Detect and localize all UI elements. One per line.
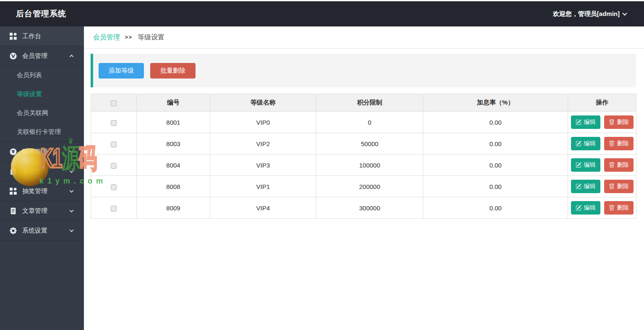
- delete-button[interactable]: 删除: [604, 201, 634, 215]
- trash-icon: [609, 119, 615, 125]
- row-checkbox[interactable]: [111, 206, 117, 212]
- delete-button[interactable]: 删除: [604, 180, 634, 193]
- edit-icon: [576, 141, 581, 147]
- levels-table: 编号等级名称积分限制加息率（%）操作 8001VIP000.00编辑删除8003…: [91, 94, 636, 219]
- sidebar-item-label: 系统设置: [22, 227, 70, 235]
- sidebar-subitem-1-1-active[interactable]: 等级设置: [0, 85, 84, 104]
- add-level-button[interactable]: 添加等级: [99, 63, 144, 79]
- trash-icon: [609, 162, 615, 168]
- cell-level-name: VIP1: [210, 176, 316, 197]
- app-title: 后台管理系统: [16, 8, 66, 19]
- cell-id: 8008: [137, 176, 210, 197]
- breadcrumb: 会员管理 >> 等级设置: [84, 26, 644, 49]
- row-checkbox[interactable]: [111, 141, 117, 147]
- column-header: 积分限制: [316, 94, 423, 112]
- cell-points-limit: 100000: [316, 155, 423, 176]
- sidebar-item-6[interactable]: 系统设置: [0, 221, 84, 241]
- table-header: 编号等级名称积分限制加息率（%）操作: [91, 94, 636, 112]
- sidebar-item-4[interactable]: 抽奖管理: [0, 181, 84, 201]
- row-checkbox[interactable]: [111, 120, 117, 126]
- cell-interest-rate: 0.00: [423, 133, 568, 155]
- breadcrumb-parent-link[interactable]: 会员管理: [93, 33, 120, 42]
- cell-id: 8004: [137, 155, 210, 176]
- sidebar-item-5[interactable]: 文章管理: [0, 201, 84, 221]
- edit-icon: [576, 119, 581, 125]
- chevron-down-icon: [70, 228, 74, 232]
- admin-app: 后台管理系统 欢迎您，管理员[admin] 工作台会员管理会员列表等级设置会员关…: [0, 0, 644, 330]
- cell-id: 8001: [137, 112, 210, 133]
- delete-button[interactable]: 删除: [604, 115, 634, 129]
- cell-operations: 编辑删除: [568, 155, 636, 176]
- sidebar-submenu: 会员列表等级设置会员关联网关联银行卡管理: [0, 66, 84, 142]
- chevron-down-icon: [70, 149, 74, 153]
- sidebar-item-3[interactable]: 项目管理: [0, 162, 84, 181]
- batch-delete-button[interactable]: 批量删除: [150, 63, 196, 79]
- table-body: 8001VIP000.00编辑删除8003VIP2500000.00编辑删除80…: [91, 112, 636, 219]
- edit-button[interactable]: 编辑: [571, 115, 600, 129]
- edit-icon: [576, 162, 581, 168]
- column-header: 等级名称: [210, 94, 316, 112]
- select-all-checkbox[interactable]: [111, 100, 117, 106]
- sidebar-item-label: 文章管理: [22, 207, 70, 215]
- table-row: 8001VIP000.00编辑删除: [91, 112, 636, 133]
- cell-level-name: VIP2: [210, 133, 316, 155]
- chevron-up-icon: [70, 54, 74, 58]
- cell-id: 8009: [137, 197, 210, 219]
- edit-button[interactable]: 编辑: [571, 137, 600, 150]
- sidebar-item-label: 项目管理: [22, 168, 70, 175]
- row-checkbox[interactable]: [111, 184, 117, 190]
- chevron-down-icon: [70, 208, 74, 212]
- chevron-down-icon: [622, 11, 627, 16]
- cell-level-name: VIP0: [210, 112, 316, 133]
- welcome-text: 欢迎您，管理员[admin]: [553, 10, 620, 18]
- toolbar-panel: 添加等级 批量删除: [91, 54, 636, 87]
- edit-button[interactable]: 编辑: [571, 158, 600, 172]
- column-header: 操作: [568, 94, 636, 112]
- sidebar: 工作台会员管理会员列表等级设置会员关联网关联银行卡管理¥财务管理项目管理抽奖管理…: [0, 26, 84, 330]
- sidebar-subitem-1-0[interactable]: 会员列表: [0, 66, 84, 85]
- sidebar-item-2[interactable]: ¥财务管理: [0, 142, 84, 162]
- row-checkbox[interactable]: [111, 163, 117, 169]
- chevron-down-icon: [70, 189, 74, 193]
- edit-button[interactable]: 编辑: [571, 180, 600, 193]
- sidebar-item-label: 财务管理: [22, 148, 70, 156]
- cell-interest-rate: 0.00: [423, 197, 568, 219]
- cell-points-limit: 50000: [316, 133, 423, 155]
- cell-points-limit: 300000: [316, 197, 423, 219]
- delete-button[interactable]: 删除: [604, 137, 634, 150]
- table-row: 8003VIP2500000.00编辑删除: [91, 133, 636, 155]
- grid-icon: [9, 32, 17, 40]
- cell-points-limit: 0: [316, 112, 423, 133]
- sidebar-item-1[interactable]: 会员管理: [0, 46, 84, 66]
- cell-level-name: VIP3: [210, 155, 316, 176]
- breadcrumb-current: 等级设置: [138, 33, 164, 42]
- cell-operations: 编辑删除: [568, 197, 636, 219]
- delete-button[interactable]: 删除: [604, 158, 634, 172]
- edit-button[interactable]: 编辑: [571, 201, 600, 215]
- clipboard-icon: [9, 168, 17, 175]
- finance-icon: ¥: [9, 148, 17, 155]
- sidebar-item-label: 抽奖管理: [22, 187, 70, 195]
- main-content: 会员管理 >> 等级设置 添加等级 批量删除 编号等级名称积分限制加息率（%）操…: [84, 26, 644, 330]
- sidebar-menu: 工作台会员管理会员列表等级设置会员关联网关联银行卡管理¥财务管理项目管理抽奖管理…: [0, 26, 84, 241]
- cell-interest-rate: 0.00: [423, 155, 568, 176]
- top-header: 后台管理系统 欢迎您，管理员[admin]: [0, 1, 644, 26]
- sidebar-subitem-1-3[interactable]: 关联银行卡管理: [0, 123, 84, 141]
- cell-operations: 编辑删除: [568, 176, 636, 197]
- gear-icon: [9, 227, 17, 234]
- column-header: 编号: [137, 94, 210, 112]
- trash-icon: [609, 141, 615, 147]
- sidebar-subitem-1-2[interactable]: 会员关联网: [0, 104, 84, 123]
- sidebar-subitem-label: 等级设置: [17, 90, 42, 98]
- cell-id: 8003: [137, 133, 210, 155]
- breadcrumb-separator: >>: [125, 34, 133, 40]
- cell-interest-rate: 0.00: [423, 112, 568, 133]
- edit-icon: [576, 183, 581, 189]
- sidebar-item-0[interactable]: 工作台: [0, 26, 84, 46]
- table-row: 8008VIP12000000.00编辑删除: [91, 176, 636, 197]
- table-row: 8009VIP43000000.00编辑删除: [91, 197, 636, 219]
- cell-operations: 编辑删除: [568, 112, 636, 133]
- cell-level-name: VIP4: [210, 197, 316, 219]
- trash-icon: [609, 183, 615, 189]
- user-menu[interactable]: 欢迎您，管理员[admin]: [553, 10, 626, 18]
